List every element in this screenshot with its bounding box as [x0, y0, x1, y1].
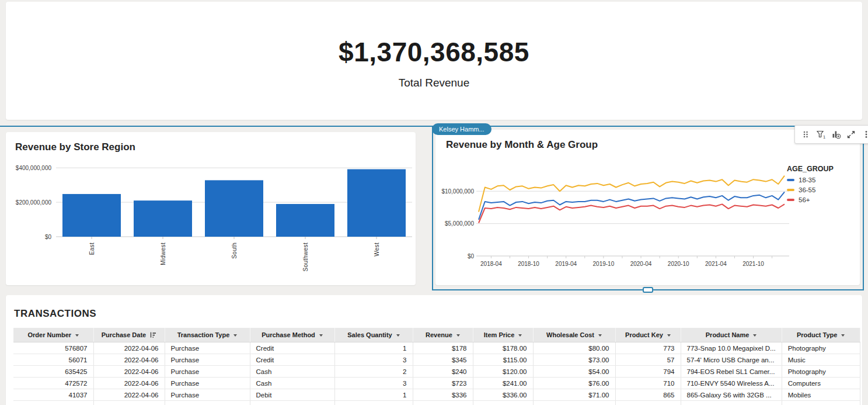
column-header-item-price[interactable]: Item Price [473, 328, 533, 342]
region-bar-chart[interactable]: $0$200,000,000$400,000,000EastMidwestSou… [11, 159, 414, 282]
maximize-icon[interactable] [845, 127, 857, 141]
column-header-purchase-date[interactable]: Purchase Date [93, 328, 165, 342]
table-cell: 865-Galaxy S6 with 32GB ... [681, 389, 782, 401]
column-menu-caret-icon[interactable] [753, 334, 757, 337]
table-cell: Debit [250, 389, 334, 401]
filter-icon[interactable]: 1 [814, 127, 827, 141]
table-cell: 1 [334, 342, 413, 354]
table-cell: Purchase [165, 366, 250, 378]
table-cell: 2022-04-06 [93, 342, 165, 354]
svg-text:West: West [374, 243, 380, 257]
table-cell: $76.00 [533, 378, 615, 389]
collaborator-badge[interactable]: Kelsey Hamm... [432, 123, 491, 135]
table-cell: 2022-04-06 [93, 354, 165, 366]
table-cell: Credit [250, 342, 334, 354]
total-revenue-kpi-card[interactable]: $1,370,368,585 Total Revenue [6, 2, 862, 120]
table-cell: $723 [413, 378, 473, 389]
column-header-wholesale-cost[interactable]: Wholesale Cost [533, 328, 615, 342]
table-cell: $73.00 [533, 354, 615, 366]
table-cell: 2 [334, 366, 413, 378]
column-menu-caret-icon[interactable] [518, 334, 522, 337]
svg-text:$10,000,000: $10,000,000 [441, 188, 474, 195]
column-menu-caret-icon[interactable] [396, 334, 400, 337]
table-cell: 57 [615, 354, 681, 366]
column-header-purchase-method[interactable]: Purchase Method [250, 328, 334, 342]
month-age-line-chart[interactable]: $0$5,000,000$10,000,0002018-042018-10201… [435, 160, 797, 274]
svg-text:$5,000,000: $5,000,000 [445, 220, 474, 227]
column-header-product-type[interactable]: Product Type [782, 328, 860, 342]
column-header-transaction-type[interactable]: Transaction Type [165, 328, 250, 342]
svg-text:2020-04: 2020-04 [630, 261, 652, 267]
table-cell: 41037 [13, 389, 93, 401]
svg-text:$400,000,000: $400,000,000 [16, 165, 52, 171]
resize-handle[interactable] [643, 287, 653, 293]
table-row[interactable]: 560712022-04-06PurchaseCredit3$345$115.0… [13, 354, 860, 366]
table-cell: $71.00 [533, 389, 615, 401]
column-menu-caret-icon[interactable] [75, 334, 79, 337]
table-cell [93, 401, 165, 405]
table-cell [165, 401, 250, 405]
table-cell: Credit [250, 354, 334, 366]
table-row[interactable]: 6354252022-04-06PurchaseCash2$240$120.00… [13, 366, 860, 378]
drag-handle-icon[interactable] [799, 127, 812, 141]
table-row[interactable]: 410372022-04-06PurchaseDebit1$336$336.00… [13, 389, 860, 401]
line-series-56+[interactable] [479, 204, 785, 223]
transactions-table: Order NumberPurchase DateTransaction Typ… [13, 328, 860, 405]
column-header-product-name[interactable]: Product Name [681, 328, 782, 342]
column-menu-caret-icon[interactable] [598, 334, 602, 337]
column-menu-caret-icon[interactable] [319, 334, 323, 337]
table-cell: 794-EOS Rebel SL1 Camer... [681, 366, 782, 378]
legend-label: 36-55 [799, 186, 815, 193]
bar-midwest[interactable] [134, 200, 192, 237]
revenue-by-region-card[interactable]: Revenue by Store Region $0$200,000,000$4… [6, 132, 416, 285]
table-row[interactable]: 5768072022-04-06PurchaseCredit1$178$178.… [13, 342, 860, 354]
legend-item[interactable]: 56+ [787, 196, 857, 203]
legend-swatch-yellow [787, 189, 794, 191]
svg-text:Southwest: Southwest [302, 243, 309, 271]
svg-text:Midwest: Midwest [160, 243, 166, 265]
more-menu-icon[interactable] [860, 127, 868, 141]
column-menu-caret-icon[interactable] [233, 334, 237, 337]
column-menu-caret-icon[interactable] [456, 334, 460, 337]
bar-west[interactable] [347, 169, 406, 237]
sort-indicator-icon[interactable] [149, 331, 156, 338]
column-header-revenue[interactable]: Revenue [413, 328, 473, 342]
table-cell: Purchase [165, 354, 250, 366]
table-cell: 576807 [13, 342, 93, 354]
legend-item[interactable]: 36-55 [787, 186, 857, 193]
table-cell: $241.00 [473, 378, 533, 389]
transactions-card[interactable]: TRANSACTIONS Order NumberPurchase DateTr… [6, 295, 862, 405]
table-cell: Cash [250, 378, 334, 389]
column-header-product-key[interactable]: Product Key [615, 328, 681, 342]
column-menu-caret-icon[interactable] [667, 334, 671, 337]
table-cell: Photography [782, 366, 860, 378]
svg-text:2021-10: 2021-10 [742, 261, 764, 267]
revenue-by-month-card[interactable]: Revenue by Month & Age Group $0$5,000,00… [435, 130, 860, 285]
table-cell [13, 401, 93, 405]
table-row[interactable]: 4725722022-04-06PurchaseCash3$723$241.00… [13, 378, 860, 389]
legend-item[interactable]: 18-35 [787, 176, 857, 184]
column-header-order-number[interactable]: Order Number [13, 328, 93, 342]
explore-chart-icon[interactable] [829, 127, 842, 141]
svg-text:2019-04: 2019-04 [555, 261, 577, 267]
column-menu-caret-icon[interactable] [841, 334, 845, 337]
table-cell: 773-Snap 10.0 Megapixel D... [681, 342, 782, 354]
table-cell: 635425 [13, 366, 93, 378]
chart-legend: AGE_GROUP 18-35 36-55 56+ [787, 165, 857, 206]
bar-south[interactable] [205, 180, 263, 237]
table-row-partial [13, 401, 860, 405]
table-cell: $178 [413, 342, 473, 354]
table-cell: $336 [413, 389, 473, 401]
table-cell: $115.00 [473, 354, 533, 366]
bar-southwest[interactable] [276, 204, 334, 237]
bar-east[interactable] [62, 194, 121, 237]
column-header-sales-quantity[interactable]: Sales Quantity [334, 328, 413, 342]
table-cell: $345 [413, 354, 473, 366]
table-cell: $178.00 [473, 342, 533, 354]
table-cell [533, 401, 615, 405]
legend-label: 56+ [799, 196, 810, 203]
table-cell: $240 [413, 366, 473, 378]
dashboard: $1,370,368,585 Total Revenue Revenue by … [0, 0, 868, 405]
svg-text:$0: $0 [468, 253, 475, 259]
table-cell: 3 [334, 378, 413, 389]
